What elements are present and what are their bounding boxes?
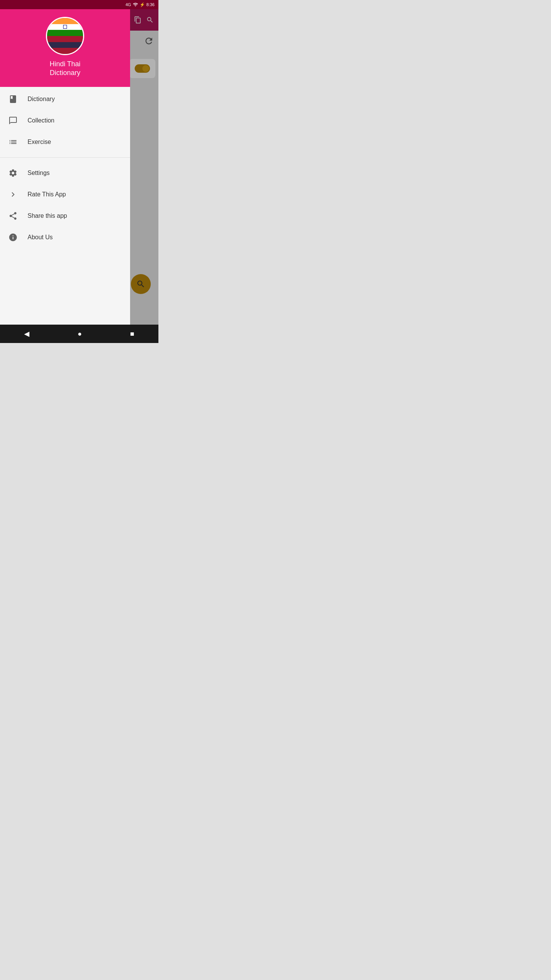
sidebar-item-share[interactable]: Share this app	[0, 205, 130, 227]
flag-stripe-1	[47, 18, 83, 24]
back-button[interactable]: ◀	[24, 330, 29, 338]
settings-label: Settings	[28, 170, 50, 176]
drawer-menu: Dictionary Collection Exercise	[0, 87, 130, 325]
settings-icon	[8, 168, 18, 178]
recents-button[interactable]: ■	[130, 330, 134, 338]
sidebar-item-dictionary[interactable]: Dictionary	[0, 88, 130, 110]
time-display: 8:36	[147, 2, 155, 7]
book-icon	[8, 95, 18, 104]
app-title-line2: Dictionary	[50, 69, 81, 77]
home-button[interactable]: ●	[78, 330, 82, 338]
rate-icon	[8, 190, 18, 199]
flag-stripe-6	[47, 48, 83, 54]
app-title-line1: Hindi Thai	[50, 60, 81, 69]
flag-stripe-4	[47, 36, 83, 42]
drawer-primary-section: Dictionary Collection Exercise	[0, 87, 130, 154]
flag-stripe-3	[47, 30, 83, 36]
share-icon	[8, 211, 18, 220]
status-icons: 4G ⚡ 8:36	[126, 2, 155, 7]
signal-icon	[133, 2, 138, 7]
flag-stripe-2	[47, 24, 83, 30]
drawer-secondary-section: Settings Rate This App Share this	[0, 161, 130, 250]
drawer-header: Hindi Thai Dictionary	[0, 9, 130, 87]
battery-icon: ⚡	[140, 2, 145, 7]
app-title: Hindi Thai Dictionary	[50, 60, 81, 78]
sidebar-item-collection[interactable]: Collection	[0, 110, 130, 131]
list-icon	[8, 137, 18, 147]
info-icon	[8, 233, 18, 242]
collection-label: Collection	[28, 117, 54, 124]
navigation-drawer: Hindi Thai Dictionary Dictionary	[0, 9, 130, 325]
about-label: About Us	[28, 234, 53, 241]
sidebar-item-about[interactable]: About Us	[0, 227, 130, 248]
sidebar-item-exercise[interactable]: Exercise	[0, 131, 130, 153]
sidebar-item-rate[interactable]: Rate This App	[0, 184, 130, 205]
navigation-bar: ◀ ● ■	[0, 325, 158, 343]
chat-icon	[8, 116, 18, 125]
share-label: Share this app	[28, 212, 67, 219]
flag-stripe-5	[47, 42, 83, 48]
section-divider	[0, 157, 130, 158]
exercise-label: Exercise	[28, 139, 51, 145]
status-bar: 4G ⚡ 8:36	[0, 0, 158, 9]
chakra	[63, 25, 67, 29]
network-indicator: 4G	[126, 2, 131, 7]
sidebar-item-settings[interactable]: Settings	[0, 162, 130, 184]
app-logo	[46, 17, 84, 55]
rate-label: Rate This App	[28, 191, 66, 198]
dictionary-label: Dictionary	[28, 96, 55, 103]
